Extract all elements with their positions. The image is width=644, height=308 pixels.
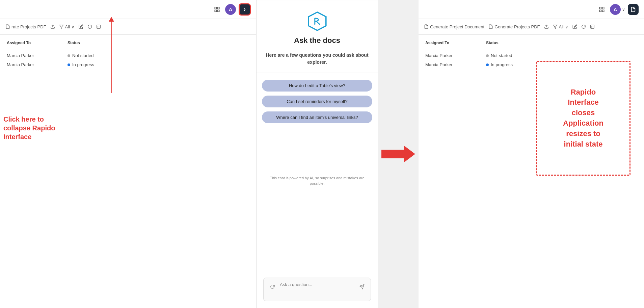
- annotation-text: Click here to collapse Rapido Interface: [3, 116, 55, 140]
- right-assigned-1: Marcia Parker: [425, 53, 466, 58]
- table-header: Assigned To Status: [7, 41, 249, 48]
- annotation-line5: resizes to: [566, 129, 600, 138]
- right-col1-header: Assigned To: [425, 41, 466, 45]
- filter-right-label: All: [559, 24, 564, 29]
- svg-rect-16: [599, 10, 601, 11]
- chat-input[interactable]: [280, 282, 354, 292]
- grid-icon-btn[interactable]: [212, 4, 222, 15]
- chat-refresh-btn[interactable]: [268, 282, 277, 291]
- right-status-dot-1: [486, 54, 489, 57]
- avatar-left[interactable]: A: [225, 4, 236, 15]
- annotation-line2: Interface: [568, 98, 599, 106]
- svg-rect-3: [218, 10, 219, 11]
- right-table-row-1: Marcia Parker Not started: [425, 51, 637, 60]
- gen-doc-item[interactable]: Generate Project Document: [424, 24, 484, 29]
- collapse-annotation: Click here to collapse Rapido Interface: [3, 115, 71, 141]
- refresh-right[interactable]: [581, 24, 586, 29]
- big-red-arrow-icon: [381, 144, 415, 164]
- filter-chevron: ∨: [71, 24, 75, 29]
- filter-right[interactable]: All ∨: [553, 24, 568, 29]
- right-toolbar: Generate Project Document Generate Proje…: [419, 19, 644, 35]
- edit-right[interactable]: [572, 24, 577, 29]
- svg-rect-0: [215, 7, 216, 9]
- generate-pdf-label: rate Projects PDF: [11, 24, 46, 29]
- svg-rect-20: [591, 25, 594, 29]
- status-label-1: Not started: [72, 53, 94, 58]
- chat-input-container: [263, 278, 371, 301]
- svg-rect-1: [218, 7, 219, 9]
- suggestion-btn-3[interactable]: Where can I find an item's universal lin…: [262, 111, 372, 123]
- right-status-1: Not started: [486, 53, 512, 58]
- right-assigned-2: Marcia Parker: [425, 62, 466, 67]
- right-status-dot-2: [486, 63, 489, 66]
- chat-description: Here are a few questions you could ask a…: [263, 52, 371, 66]
- annotation-arrow-line: [111, 19, 112, 93]
- annotation-line1: Rapido: [571, 88, 596, 96]
- chat-title: Ask the docs: [294, 36, 340, 45]
- suggestion-btn-1[interactable]: How do I edit a Table's view?: [262, 80, 372, 92]
- svg-rect-15: [602, 7, 604, 9]
- export-icon-item[interactable]: [50, 24, 55, 29]
- rapido-closes-annotation: Rapido Interface closes Application resi…: [536, 61, 630, 176]
- filter-right-chevron: ∨: [565, 24, 568, 29]
- collapse-rapido-button[interactable]: ›: [239, 3, 251, 16]
- svg-marker-19: [553, 25, 557, 29]
- transition-arrow-container: [378, 0, 419, 308]
- svg-rect-14: [599, 7, 601, 9]
- annotation-line3: closes: [572, 108, 595, 117]
- layout-icon-item[interactable]: [96, 24, 101, 29]
- chat-body: How do I edit a Table's view? Can I set …: [257, 73, 378, 173]
- status-1: Not started: [68, 53, 94, 58]
- status-dot-1: [68, 54, 70, 57]
- chat-header: Ask the docs Here are a few questions yo…: [257, 0, 378, 73]
- filter-label: All: [65, 24, 70, 29]
- left-table-area: Assigned To Status Marcia Parker Not sta…: [0, 35, 256, 308]
- col2-header: Status: [68, 41, 80, 45]
- right-top-bar: A ∨: [419, 0, 644, 19]
- assigned-2: Marcia Parker: [7, 62, 47, 67]
- grid-icon-btn-right[interactable]: [596, 4, 607, 15]
- rapido-toggle-btn-right[interactable]: [628, 4, 639, 15]
- gen-pdf-label: Generate Projects PDF: [494, 24, 540, 29]
- edit-icon-item[interactable]: [79, 24, 83, 29]
- right-status-2: In progress: [486, 62, 513, 67]
- gen-pdf-item[interactable]: Generate Projects PDF: [488, 24, 540, 29]
- annotation-line4: Application: [563, 119, 603, 127]
- rapido-logo-icon: [307, 11, 327, 31]
- ai-disclaimer: This chat is powered by AI, so surprises…: [257, 173, 378, 189]
- svg-marker-5: [59, 25, 63, 29]
- left-top-bar: A ›: [0, 0, 256, 19]
- rapido-closes-text: Rapido Interface closes Application resi…: [563, 87, 603, 150]
- layout-right[interactable]: [590, 24, 595, 29]
- filter-item[interactable]: All ∨: [59, 24, 75, 29]
- gen-doc-label: Generate Project Document: [430, 24, 484, 29]
- right-status-label-1: Not started: [491, 53, 512, 58]
- svg-rect-2: [215, 10, 216, 11]
- chat-send-btn[interactable]: [357, 282, 367, 291]
- left-toolbar: rate Projects PDF All ∨: [0, 19, 256, 35]
- left-panel: A › rate Projects PDF All ∨: [0, 0, 257, 308]
- assigned-1: Marcia Parker: [7, 53, 47, 58]
- svg-line-10: [316, 21, 320, 24]
- annotation-line6: initial state: [564, 140, 603, 148]
- suggestion-btn-2[interactable]: Can I set reminders for myself?: [262, 96, 372, 107]
- refresh-icon-item[interactable]: [87, 24, 92, 29]
- col1-header: Assigned To: [7, 41, 47, 45]
- right-table-header: Assigned To Status: [425, 41, 637, 48]
- generate-pdf-item[interactable]: rate Projects PDF: [5, 24, 46, 29]
- avatar-chevron: ∨: [622, 7, 625, 12]
- avatar-right[interactable]: A: [610, 4, 621, 15]
- right-col2-header: Status: [486, 41, 499, 45]
- svg-rect-6: [97, 25, 101, 29]
- annotation-arrow-head: [109, 17, 114, 22]
- svg-marker-13: [381, 146, 415, 162]
- status-label-2: In progress: [72, 62, 94, 67]
- status-2: In progress: [68, 62, 94, 67]
- right-status-label-2: In progress: [491, 62, 513, 67]
- status-dot-2: [68, 63, 70, 66]
- table-row: Marcia Parker In progress: [7, 60, 249, 69]
- rapido-chat-panel: Ask the docs Here are a few questions yo…: [257, 0, 378, 308]
- svg-rect-17: [602, 10, 604, 11]
- export-icon-right[interactable]: [544, 24, 549, 29]
- right-panel: A ∨ Generate Project Document Generate P…: [419, 0, 644, 308]
